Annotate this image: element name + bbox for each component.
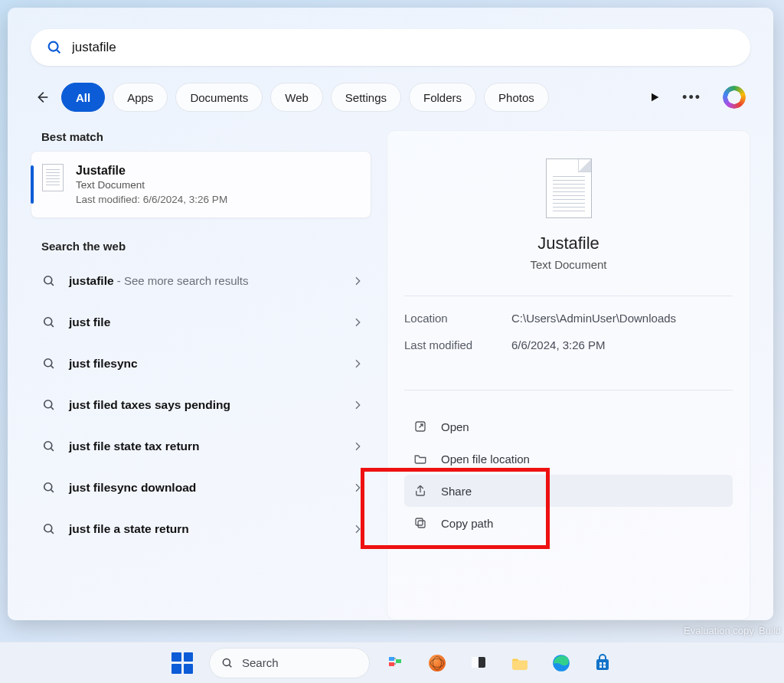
svg-rect-33	[603, 665, 606, 668]
copy-icon	[413, 516, 427, 530]
copy-path-action[interactable]: Copy path	[404, 507, 733, 539]
best-match-heading: Best match	[41, 130, 371, 143]
web-suggestion[interactable]: just file state tax return	[31, 426, 371, 467]
preview-panel: Justafile Text Document Location C:\User…	[387, 130, 750, 620]
open-file-location-action[interactable]: Open file location	[404, 443, 733, 475]
chevron-right-icon	[351, 399, 364, 411]
tab-photos[interactable]: Photos	[484, 83, 549, 112]
chevron-right-icon	[351, 523, 364, 535]
tab-all[interactable]: All	[61, 83, 105, 112]
svg-point-12	[44, 483, 52, 491]
share-icon	[413, 484, 427, 498]
chevron-right-icon	[351, 482, 364, 494]
svg-point-19	[223, 658, 230, 665]
svg-point-2	[44, 276, 52, 284]
svg-rect-32	[599, 665, 602, 668]
best-match-result[interactable]: Justafile Text Document Last modified: 6…	[31, 151, 371, 218]
svg-point-0	[49, 42, 58, 51]
svg-rect-26	[512, 660, 528, 669]
filter-tabs: All Apps Documents Web Settings Folders …	[31, 83, 750, 112]
chevron-right-icon	[351, 358, 364, 370]
svg-point-10	[44, 442, 52, 449]
best-match-title: Justafile	[76, 164, 227, 178]
web-suggestion[interactable]: just filesync download	[31, 467, 371, 508]
svg-point-14	[44, 525, 52, 532]
share-action[interactable]: Share	[404, 475, 733, 507]
svg-line-3	[51, 283, 54, 286]
svg-rect-18	[416, 518, 423, 525]
copilot-icon[interactable]	[723, 86, 746, 109]
divider	[404, 296, 733, 296]
svg-line-13	[51, 490, 54, 492]
search-icon	[46, 39, 63, 56]
taskbar: Search	[0, 642, 784, 683]
svg-line-11	[51, 449, 54, 451]
svg-line-20	[229, 665, 231, 667]
play-icon[interactable]	[648, 91, 661, 103]
svg-point-8	[44, 400, 52, 408]
best-match-subtitle: Text Document	[76, 179, 227, 191]
preview-title: Justafile	[537, 234, 599, 253]
search-icon	[220, 656, 234, 670]
svg-point-6	[44, 359, 52, 367]
taskbar-search-placeholder: Search	[242, 656, 279, 669]
svg-rect-31	[603, 662, 606, 665]
svg-point-4	[44, 318, 52, 325]
taskbar-basketball-icon[interactable]	[422, 648, 452, 678]
svg-line-9	[51, 407, 54, 410]
svg-line-1	[57, 50, 60, 53]
open-icon	[413, 420, 427, 433]
web-suggestion[interactable]: just filesync	[31, 343, 371, 384]
svg-rect-22	[389, 662, 394, 666]
web-suggestion[interactable]: just filed taxes says pending	[31, 384, 371, 426]
taskbar-taskview-icon[interactable]	[463, 648, 494, 678]
chevron-right-icon	[351, 440, 364, 453]
start-search-window: All Apps Documents Web Settings Folders …	[8, 8, 773, 620]
taskbar-explorer-icon[interactable]	[505, 648, 535, 678]
svg-rect-21	[389, 657, 394, 661]
start-button[interactable]	[166, 647, 198, 679]
svg-line-7	[51, 366, 54, 368]
web-suggestion[interactable]: just file a state return	[31, 508, 371, 550]
divider	[404, 390, 733, 391]
svg-line-5	[51, 325, 54, 327]
svg-rect-17	[418, 521, 425, 528]
tab-documents[interactable]: Documents	[175, 83, 263, 112]
tab-web[interactable]: Web	[270, 83, 323, 112]
more-icon[interactable]: •••	[682, 90, 701, 106]
taskbar-store-icon[interactable]	[587, 648, 618, 678]
preview-subtitle: Text Document	[530, 258, 606, 271]
search-web-heading: Search the web	[41, 240, 371, 253]
search-input[interactable]	[72, 40, 735, 55]
svg-rect-25	[472, 657, 479, 668]
svg-rect-30	[599, 662, 602, 665]
best-match-meta: Last modified: 6/6/2024, 3:26 PM	[76, 194, 227, 205]
results-panel: Best match Justafile Text Document Last …	[31, 130, 371, 620]
tab-settings[interactable]: Settings	[331, 83, 401, 112]
svg-rect-23	[396, 659, 401, 663]
tab-folders[interactable]: Folders	[409, 83, 476, 112]
web-suggestions: justafile - See more search results just…	[31, 260, 371, 550]
taskbar-edge-icon[interactable]	[546, 648, 577, 678]
web-suggestion[interactable]: just file	[31, 302, 371, 343]
taskbar-search[interactable]: Search	[209, 648, 370, 678]
folder-icon	[413, 452, 427, 466]
meta-location: Location C:\Users\AdminUser\Downloads	[404, 312, 733, 325]
open-action[interactable]: Open	[404, 410, 733, 443]
watermark-text: Evaluation copy. Build	[684, 625, 781, 636]
svg-line-15	[51, 531, 54, 534]
svg-rect-29	[596, 659, 609, 670]
tab-apps[interactable]: Apps	[113, 83, 168, 112]
text-file-icon	[546, 158, 592, 218]
chevron-right-icon	[351, 275, 364, 287]
meta-modified: Last modified 6/6/2024, 3:26 PM	[404, 338, 733, 351]
search-bar[interactable]	[31, 29, 750, 66]
back-button[interactable]	[31, 89, 54, 106]
chevron-right-icon	[351, 316, 364, 328]
taskbar-tray-icon[interactable]	[381, 648, 411, 678]
text-file-icon	[42, 164, 64, 191]
web-suggestion[interactable]: justafile - See more search results	[31, 260, 371, 302]
